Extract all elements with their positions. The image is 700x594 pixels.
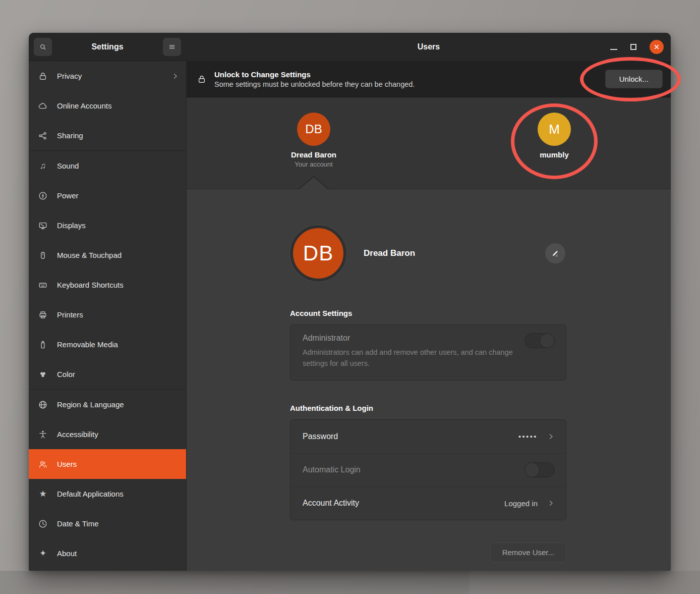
sidebar-item-privacy[interactable]: Privacy xyxy=(29,61,186,91)
profile-name: Dread Baron xyxy=(364,248,415,258)
color-circles-icon xyxy=(37,368,49,381)
sidebar-item-power[interactable]: Power xyxy=(29,181,186,210)
user-name: Dread Baron xyxy=(283,150,344,159)
account-settings-card: Administrator Administrators can add and… xyxy=(290,325,566,381)
sidebar-item-displays[interactable]: Displays xyxy=(29,210,186,240)
sidebar-item-region-language[interactable]: Region & Language xyxy=(29,390,186,419)
auth-login-card: Password ••••• Automatic Login Account A… xyxy=(290,419,566,520)
user-card-dread-baron[interactable]: DB Dread Baron Your account xyxy=(283,113,344,168)
sidebar-item-sound[interactable]: ♫ Sound xyxy=(29,151,186,181)
titlebar: Users xyxy=(187,33,671,61)
administrator-description: Administrators can add and remove other … xyxy=(303,347,519,369)
desktop-background: { "colors": { "accent": "#E9541F", "anno… xyxy=(0,0,700,594)
chevron-right-icon xyxy=(171,72,179,80)
sidebar-item-users[interactable]: Users xyxy=(29,449,186,479)
music-note-icon: ♫ xyxy=(37,160,49,172)
printer-icon xyxy=(37,309,49,321)
sidebar-item-date-time[interactable]: Date & Time xyxy=(29,509,186,538)
settings-window: Settings Privacy Online Accounts Sharing… xyxy=(29,33,671,571)
user-name: mumbly xyxy=(524,150,585,159)
sidebar-list: Privacy Online Accounts Sharing ♫ Sound … xyxy=(29,61,186,571)
sidebar-item-removable-media[interactable]: Removable Media xyxy=(29,330,186,359)
auth-login-heading: Authentication & Login xyxy=(290,404,566,412)
minimize-icon[interactable] xyxy=(610,49,617,50)
avatar: DB xyxy=(297,113,330,146)
close-icon xyxy=(653,43,661,51)
account-settings-heading: Account Settings xyxy=(290,309,566,317)
mouse-icon xyxy=(37,249,49,261)
display-icon xyxy=(37,220,49,232)
menu-button[interactable] xyxy=(163,38,181,56)
lock-icon xyxy=(37,70,49,82)
maximize-icon[interactable] xyxy=(630,44,636,50)
avatar: M xyxy=(538,113,571,146)
window-controls xyxy=(610,33,664,61)
unlock-button[interactable]: Unlock... xyxy=(605,70,663,88)
unlock-banner-title: Unlock to Change Settings xyxy=(214,70,415,79)
unlock-banner-text: Unlock to Change Settings Some settings … xyxy=(214,70,415,88)
sidebar-item-online-accounts[interactable]: Online Accounts xyxy=(29,91,186,121)
app-title: Settings xyxy=(52,42,163,51)
sidebar-item-sharing[interactable]: Sharing xyxy=(29,121,186,150)
sidebar-header: Settings xyxy=(29,33,186,61)
share-icon xyxy=(37,130,49,142)
user-carousel: DB Dread Baron Your account M mumbly xyxy=(187,97,671,189)
remove-user-button: Remove User... xyxy=(490,543,566,562)
administrator-label: Administrator xyxy=(303,334,555,343)
administrator-row: Administrator Administrators can add and… xyxy=(290,325,566,380)
sidebar-item-color[interactable]: Color xyxy=(29,359,186,389)
cloud-icon xyxy=(37,100,49,112)
unlock-banner: Unlock to Change Settings Some settings … xyxy=(187,61,671,97)
lock-icon xyxy=(197,74,207,84)
automatic-login-row: Automatic Login xyxy=(290,453,566,487)
unlock-banner-subtitle: Some settings must be unlocked before th… xyxy=(214,80,415,88)
password-row[interactable]: Password ••••• xyxy=(290,420,566,453)
sidebar-item-accessibility[interactable]: Accessibility xyxy=(29,419,186,449)
page-title: Users xyxy=(418,42,440,51)
administrator-toggle xyxy=(524,333,555,348)
sidebar-item-about[interactable]: ✦ About xyxy=(29,538,186,568)
chevron-right-icon xyxy=(547,499,555,507)
clock-icon xyxy=(37,518,49,530)
sidebar-item-keyboard-shortcuts[interactable]: Keyboard Shortcuts xyxy=(29,270,186,300)
desktop-bottom-band-light xyxy=(469,571,700,594)
pencil-icon xyxy=(551,249,559,257)
main-pane: Users Unlock to Change Settings Some set… xyxy=(187,33,671,571)
search-button[interactable] xyxy=(34,38,52,56)
automatic-login-toggle xyxy=(524,462,555,477)
keyboard-icon xyxy=(37,279,49,291)
users-icon xyxy=(37,458,49,470)
hamburger-icon xyxy=(168,43,176,51)
close-button[interactable] xyxy=(650,40,664,54)
search-icon xyxy=(39,43,47,51)
star-icon: ★ xyxy=(37,488,49,500)
desktop-bottom-band xyxy=(0,571,700,594)
sidebar-item-default-applications[interactable]: ★ Default Applications xyxy=(29,479,186,509)
sidebar-item-mouse-touchpad[interactable]: Mouse & Touchpad xyxy=(29,240,186,270)
user-detail-panel: DB Dread Baron Account Settings Administ… xyxy=(187,189,671,571)
power-icon xyxy=(37,190,49,202)
accessibility-icon xyxy=(37,428,49,441)
usb-drive-icon xyxy=(37,339,49,351)
sparkle-icon: ✦ xyxy=(37,548,49,560)
profile-avatar[interactable]: DB xyxy=(290,225,346,282)
globe-icon xyxy=(37,399,49,411)
account-activity-row[interactable]: Account Activity Logged in xyxy=(290,487,566,520)
profile-header: DB Dread Baron xyxy=(290,221,566,286)
user-subtitle: Your account xyxy=(283,160,344,168)
sidebar-item-printers[interactable]: Printers xyxy=(29,300,186,330)
edit-name-button[interactable] xyxy=(545,243,565,263)
user-card-mumbly[interactable]: M mumbly xyxy=(524,113,585,159)
sidebar: Settings Privacy Online Accounts Sharing… xyxy=(29,33,187,571)
chevron-right-icon xyxy=(547,433,555,441)
